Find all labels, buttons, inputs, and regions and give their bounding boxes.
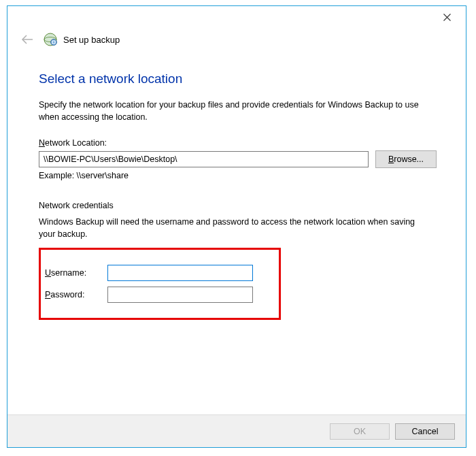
- password-row: Password:: [45, 287, 264, 303]
- svg-point-5: [51, 39, 57, 46]
- window-frame: Set up backup Select a network location …: [0, 0, 476, 456]
- browse-button[interactable]: Browse...: [375, 150, 437, 168]
- instruction-text: Specify the network location for your ba…: [39, 99, 426, 123]
- cancel-button[interactable]: Cancel: [395, 423, 455, 440]
- dialog: Set up backup Select a network location …: [7, 5, 466, 448]
- password-label: Password:: [45, 290, 107, 299]
- example-text: Example: \\server\share: [39, 171, 443, 180]
- network-location-input[interactable]: [39, 151, 369, 167]
- network-location-label: Network Location:: [39, 138, 443, 148]
- username-row: Username:: [45, 265, 264, 281]
- credentials-highlight-box: Username: Password:: [39, 248, 281, 320]
- page-heading: Select a network location: [39, 71, 443, 86]
- content-area: Select a network location Specify the ne…: [7, 51, 466, 414]
- ok-button: OK: [330, 423, 390, 440]
- password-input[interactable]: [107, 287, 253, 303]
- username-input[interactable]: [107, 265, 253, 281]
- credentials-instruction: Windows Backup will need the username an…: [39, 216, 426, 240]
- close-icon: [443, 14, 451, 21]
- header-row: Set up backup: [7, 28, 466, 51]
- titlebar: [7, 6, 466, 28]
- credentials-section-title: Network credentials: [39, 201, 443, 210]
- back-arrow-icon: [20, 35, 34, 44]
- network-location-row: Browse...: [39, 150, 443, 168]
- back-button[interactable]: [20, 32, 35, 47]
- username-label: Username:: [45, 268, 107, 278]
- wizard-title: Set up backup: [63, 35, 120, 45]
- backup-wizard-icon: [43, 32, 58, 47]
- close-button[interactable]: [432, 7, 462, 27]
- footer: OK Cancel: [7, 414, 466, 447]
